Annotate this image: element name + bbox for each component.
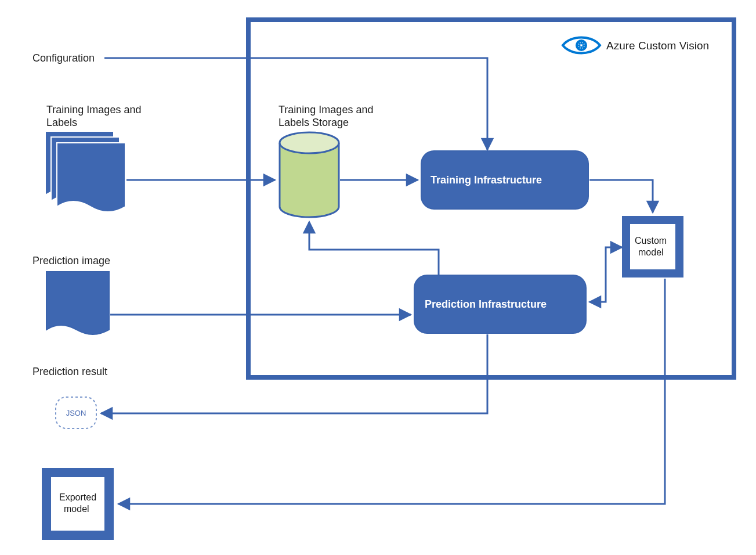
svg-point-9 (280, 132, 339, 153)
svg-line-5 (579, 43, 580, 44)
custom-model-label-line1: Custom (635, 236, 667, 246)
custom-model-node (622, 216, 683, 278)
storage-label-line2: Labels Storage (278, 117, 349, 128)
exported-model-label-line1: Exported (59, 492, 96, 502)
azure-custom-vision-eye-icon (563, 38, 600, 53)
architecture-diagram: Azure Custom Vision Configuration Traini… (0, 0, 756, 555)
prediction-infrastructure-label: Prediction Infrastructure (425, 298, 547, 310)
azure-custom-vision-label: Azure Custom Vision (606, 39, 709, 52)
storage-cylinder-icon (280, 132, 339, 217)
custom-model-label-line2: model (638, 247, 664, 257)
json-result-label: JSON (66, 409, 86, 417)
svg-line-7 (579, 47, 580, 48)
arrow-training-to-model (589, 180, 653, 212)
prediction-image-label: Prediction image (32, 255, 110, 266)
training-infrastructure-label: Training Infrastructure (431, 174, 542, 186)
svg-rect-11 (630, 224, 675, 269)
prediction-result-label: Prediction result (32, 366, 107, 377)
arrow-predinfra-to-json (101, 334, 487, 413)
prediction-image-document-icon (46, 272, 109, 334)
training-images-documents-icon (45, 131, 125, 212)
svg-line-8 (583, 43, 584, 44)
training-images-label-line2: Labels (46, 117, 77, 128)
svg-line-6 (583, 47, 584, 48)
training-images-label-line1: Training Images and (46, 104, 141, 116)
arrow-predinfra-to-storage (309, 222, 439, 275)
arrow-model-to-prediction (589, 247, 622, 302)
configuration-label: Configuration (32, 52, 95, 64)
exported-model-label-line2: model (64, 504, 89, 514)
storage-label-line1: Training Images and (278, 104, 373, 116)
